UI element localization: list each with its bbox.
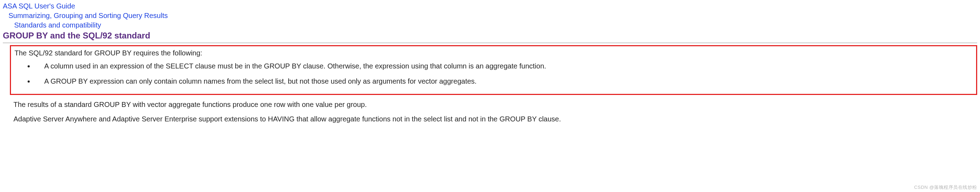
- content-body: The SQL/92 standard for GROUP BY require…: [3, 45, 977, 124]
- breadcrumb-link-guide[interactable]: ASA SQL User's Guide: [3, 2, 75, 10]
- page-title: GROUP BY and the SQL/92 standard: [3, 31, 977, 41]
- rule-item: A GROUP BY expression can only contain c…: [34, 77, 972, 86]
- breadcrumb-link-section[interactable]: Standards and compatibility: [14, 21, 101, 29]
- document-page: ASA SQL User's Guide Summarizing, Groupi…: [0, 0, 980, 133]
- rule-item: A column used in an expression of the SE…: [34, 61, 972, 71]
- breadcrumb: ASA SQL User's Guide Summarizing, Groupi…: [3, 2, 977, 30]
- paragraph-results: The results of a standard GROUP BY with …: [13, 100, 977, 109]
- paragraph-extensions: Adaptive Server Anywhere and Adaptive Se…: [13, 114, 977, 124]
- rules-list: A column used in an expression of the SE…: [14, 61, 972, 86]
- intro-sentence: The SQL/92 standard for GROUP BY require…: [14, 48, 972, 58]
- highlighted-rules-box: The SQL/92 standard for GROUP BY require…: [10, 45, 977, 95]
- breadcrumb-link-chapter[interactable]: Summarizing, Grouping and Sorting Query …: [8, 12, 168, 19]
